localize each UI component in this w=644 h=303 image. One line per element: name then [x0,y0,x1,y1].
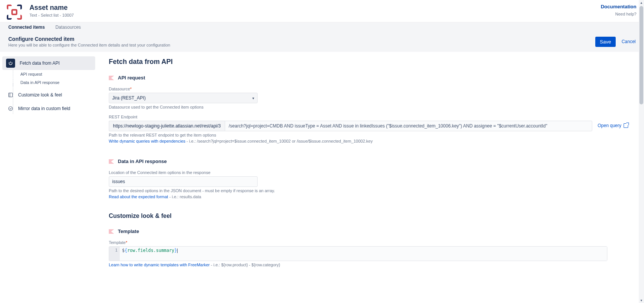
need-help-text[interactable]: Need help? [601,12,636,16]
heading-fetch-data: Fetch data from API [109,58,628,66]
page-title: Asset name [29,4,74,12]
datasource-hint: Datasource used to get the Connected ite… [109,105,628,109]
tab-connected-items[interactable]: Connected items [8,23,45,32]
read-format-link[interactable]: Read about the expected format [109,194,168,199]
template-hint-example: - i.e.: ${row.product} - ${row.category} [210,263,280,267]
open-query-label: Open query [598,123,621,128]
documentation-link[interactable]: Documentation [601,4,636,9]
location-hint-example: - i.e.: results.data [168,194,201,199]
save-button[interactable]: Save [595,37,616,47]
step-sidebar: Fetch data from API API request Data in … [0,52,98,294]
nav-api-request[interactable]: API request [2,70,95,78]
open-query-link[interactable]: Open query [598,121,628,128]
nav-fetch-label: Fetch data from API [20,61,60,66]
scroll-down-icon[interactable]: ▼ [639,298,644,303]
code-gutter: 1 [109,247,120,261]
bookmark-icon [109,159,114,164]
endpoint-prefix: https://newlogo-staging-juliette.atlassi… [109,121,225,131]
bookmark-icon [109,229,114,234]
nav-customize-look[interactable]: Customize look & feel [2,90,95,100]
app-logo [7,5,22,20]
scroll-up-icon[interactable]: ▲ [639,0,644,5]
nav-fetch-data[interactable]: Fetch data from API [2,56,95,70]
location-input[interactable]: issues [109,176,258,187]
endpoint-hint-path: Path to the relevant REST endpoint to ge… [109,133,628,137]
nav-mirror-label: Mirror data in custom field [18,106,70,111]
rest-endpoint-label: REST Endpoint [109,115,628,119]
cancel-button[interactable]: Cancel [622,39,636,44]
endpoint-input[interactable]: /search?jql=project=CMDB AND issueType =… [225,121,593,131]
config-title: Configure Connected item [8,36,170,42]
nav-customize-label: Customize look & feel [18,92,62,98]
section-template: Template [118,228,139,234]
nav-data-in-response-label: Data in API response [20,80,59,85]
bookmark-icon [109,76,114,80]
nav-api-request-label: API request [20,72,42,76]
external-link-icon [624,123,628,128]
vertical-scrollbar[interactable]: ▲ ▼ [639,0,644,303]
page-subtitle: Text - Select list - 10007 [29,13,74,17]
template-editor[interactable]: 1 ${row.fields.summary} [109,246,607,261]
write-dynamic-queries-link[interactable]: Write dynamic queries with dependencies [109,139,185,143]
power-icon [6,59,15,68]
location-label: Location of the Connected item options i… [109,170,628,175]
main-content: Fetch data from API API request Datasour… [98,52,644,294]
learn-templates-link[interactable]: Learn how to write dynamic templates wit… [109,263,210,267]
scroll-thumb[interactable] [639,6,643,104]
datasource-value: Jira (REST_API) [112,95,146,101]
svg-rect-0 [9,93,13,97]
datasource-select[interactable]: Jira (REST_API) ▾ [109,93,258,103]
config-subtitle: Here you will be able to configure the C… [8,43,170,47]
template-label: Template* [109,240,628,245]
chevron-down-icon: ▾ [252,96,254,100]
section-api-request: API request [118,75,145,81]
nav-data-in-response[interactable]: Data in API response [2,78,95,87]
location-hint: Path to the desired options in the JSON … [109,188,628,193]
endpoint-hint-example: - i.e.: /search?jql=project=$issue.conne… [185,139,373,143]
datasource-label: Datasource* [109,87,628,91]
code-content[interactable]: ${row.fields.summary} [120,247,607,261]
heading-customize: Customize look & feel [109,213,628,219]
tab-datasources[interactable]: Datasources [56,23,81,32]
section-data-in-response: Data in API response [118,158,167,164]
location-value: issues [112,179,125,184]
